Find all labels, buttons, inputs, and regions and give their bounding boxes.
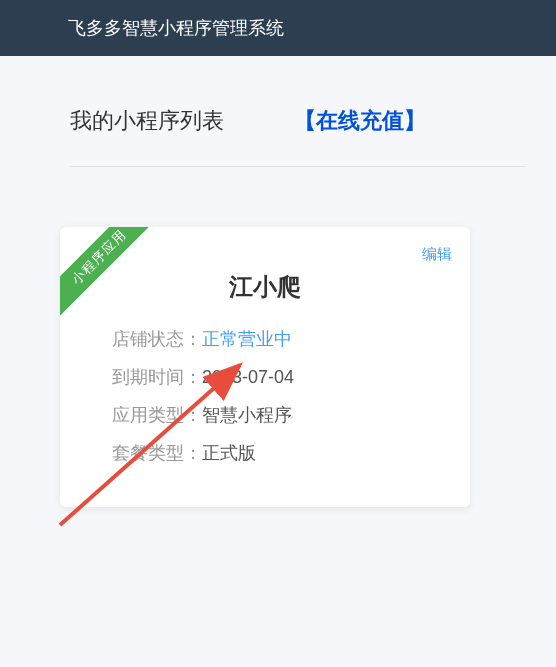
- system-header: 飞多多智慧小程序管理系统: [0, 0, 556, 56]
- info-list: 店铺状态： 正常营业中 到期时间： 2023-07-04 应用类型： 智慧小程序…: [80, 327, 450, 465]
- system-title: 飞多多智慧小程序管理系统: [68, 18, 284, 38]
- row-expiry: 到期时间： 2023-07-04: [112, 365, 450, 389]
- label-package: 套餐类型：: [112, 441, 202, 465]
- value-expiry: 2023-07-04: [202, 367, 294, 388]
- list-title: 我的小程序列表: [70, 106, 224, 136]
- value-status: 正常营业中: [202, 327, 292, 351]
- label-expiry: 到期时间：: [112, 365, 202, 389]
- label-apptype: 应用类型：: [112, 403, 202, 427]
- shop-name: 江小爬: [80, 271, 450, 303]
- edit-button[interactable]: 编辑: [422, 245, 452, 264]
- value-apptype: 智慧小程序: [202, 403, 292, 427]
- label-status: 店铺状态：: [112, 327, 202, 351]
- miniprogram-card: 小程序应用 编辑 江小爬 店铺状态： 正常营业中 到期时间： 2023-07-0…: [60, 227, 470, 507]
- value-package: 正式版: [202, 441, 256, 465]
- recharge-link[interactable]: 【在线充值】: [294, 106, 426, 136]
- content-area: 我的小程序列表 【在线充值】 小程序应用 编辑 江小爬 店铺状态： 正常营业中 …: [0, 56, 556, 537]
- row-package: 套餐类型： 正式版: [112, 441, 450, 465]
- list-header: 我的小程序列表 【在线充值】: [70, 106, 526, 167]
- card-area: 小程序应用 编辑 江小爬 店铺状态： 正常营业中 到期时间： 2023-07-0…: [60, 227, 526, 507]
- row-status: 店铺状态： 正常营业中: [112, 327, 450, 351]
- row-apptype: 应用类型： 智慧小程序: [112, 403, 450, 427]
